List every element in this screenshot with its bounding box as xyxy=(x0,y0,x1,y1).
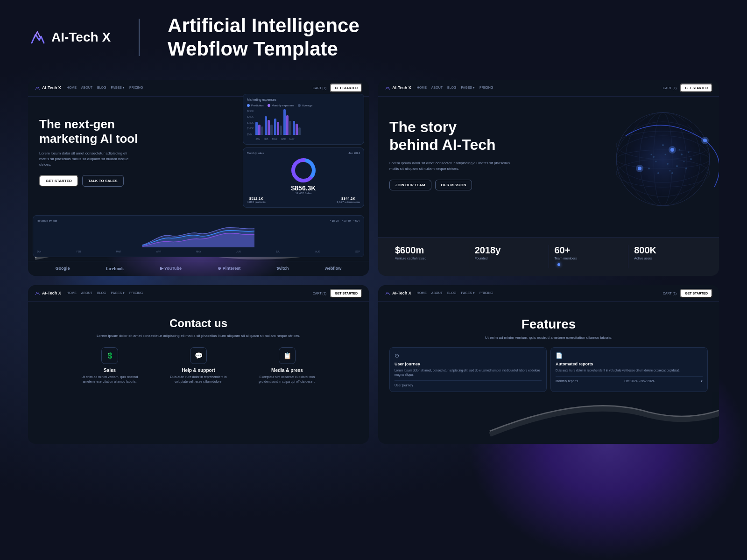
svg-point-18 xyxy=(690,158,692,160)
svg-point-13 xyxy=(681,154,683,155)
revenue-chart-wrapper: Revenue by age ▪ 18-29▪ 30-49▪ 60+ xyxy=(33,215,364,257)
x-labels: JAN FEB MAR APR MAY xyxy=(255,138,360,140)
team-dot xyxy=(557,263,560,266)
support-desc: Duis aute irure dolor in reprehenderit i… xyxy=(168,375,229,384)
features-title: Features xyxy=(389,317,708,332)
our-mission-button[interactable]: OUR MISSION xyxy=(435,180,472,190)
press-desc: Excepteur sint occaecat cupidatat non pr… xyxy=(257,375,317,384)
sales-icon: 💲 xyxy=(101,347,118,364)
hero-get-started[interactable]: GET STARTED xyxy=(39,175,78,187)
card-contact: AI-Tech X HOME ABOUT BLOG PAGES ▾ PRICIN… xyxy=(28,285,369,444)
user-journey-icon: ⊙ xyxy=(395,352,542,359)
mini-cart: CART (1) xyxy=(313,86,326,90)
stat-block-4: 800K Active users xyxy=(628,245,708,268)
contact-content: Contact us Lorem ipsum dolor sit amet co… xyxy=(28,302,369,393)
bar-chart: JAN FEB MAR APR MAY xyxy=(255,109,360,140)
press-title: Media & press xyxy=(257,368,317,373)
hero-talk-sales[interactable]: TALK TO SALES xyxy=(82,175,124,187)
sales-desc: Ut enim ad minim veniam, quis nostrud am… xyxy=(79,375,140,384)
reports-desc: Duis aute irure dolor in reprehenderit i… xyxy=(556,368,703,372)
mini-logo-2: AI-Tech X xyxy=(385,85,411,91)
story-buttons: JOIN OUR TEAM OUR MISSION xyxy=(389,180,516,190)
svg-point-14 xyxy=(667,163,669,165)
mini-logo-text-2: AI-Tech X xyxy=(392,85,411,90)
svg-point-23 xyxy=(665,154,666,155)
sales-amount: $856.3K xyxy=(247,184,360,192)
mini-nav-right: CART (1) GET STARTED xyxy=(313,84,362,92)
svg-point-31 xyxy=(669,146,676,154)
reports-footer: Monthly reports Oct 2024 - Nov 2024 ▾ xyxy=(556,376,703,383)
mini-logo-3: AI-Tech X xyxy=(35,290,61,296)
logo-icon xyxy=(28,28,47,47)
sales-sub: 12,487 Sales xyxy=(247,192,360,195)
monthly-stats-row: Monthly sales Jan 2024 $856.3K 12,487 Sa… xyxy=(243,147,364,208)
join-team-button[interactable]: JOIN OUR TEAM xyxy=(389,180,431,190)
mini-cta-button-2[interactable]: GET STARTED xyxy=(680,84,712,92)
mini-nav-links-4: HOME ABOUT BLOG PAGES ▾ PRICING xyxy=(417,291,493,295)
mini-logo-4: AI-Tech X xyxy=(385,290,411,296)
area-chart-svg xyxy=(37,224,360,247)
svg-point-21 xyxy=(657,172,659,174)
user-journey-title: User journey xyxy=(395,362,542,366)
support-icon: 💬 xyxy=(190,347,207,364)
story-title: The story behind AI-Tech xyxy=(389,118,516,154)
sales-stats: $512.1K 4,832 products $344.2K 3,637 sub… xyxy=(247,196,360,203)
contact-navbar: AI-Tech X HOME ABOUT BLOG PAGES ▾ PRICIN… xyxy=(28,285,369,302)
feature-user-journey: ⊙ User journey Lorem ipsum dolor sit ame… xyxy=(389,347,547,392)
globe-container xyxy=(598,94,719,224)
tagline: Artificial Intelligence Webflow Template xyxy=(168,14,359,61)
features-content: Features Ut enim ad minim veniam, quis n… xyxy=(378,302,719,401)
page-header: AI-Tech X Artificial Intelligence Webflo… xyxy=(28,14,719,61)
mini-cta-button-3[interactable]: GET STARTED xyxy=(330,289,362,298)
mini-logo-icon xyxy=(35,85,40,91)
feature-cards: ⊙ User journey Lorem ipsum dolor sit ame… xyxy=(389,347,708,392)
features-desc: Ut enim ad minim veniam, quis nostrud am… xyxy=(389,336,708,340)
mini-logo-text: AI-Tech X xyxy=(42,85,61,90)
press-icon: 📋 xyxy=(279,347,296,364)
logo-text: AI-Tech X xyxy=(51,30,111,45)
header-divider xyxy=(139,19,140,56)
svg-point-20 xyxy=(685,168,687,169)
mini-nav-links-3: HOME ABOUT BLOG PAGES ▾ PRICING xyxy=(67,291,143,295)
mini-cart-2: CART (1) xyxy=(663,86,677,90)
chart-title: Marketing expenses xyxy=(247,98,360,101)
tagline-text: Artificial Intelligence Webflow Template xyxy=(168,14,359,61)
revenue-x-labels: JANFEBMARAPRMAYJUNJULAUGSEP xyxy=(37,250,360,253)
monthly-sales-header: Monthly sales Jan 2024 xyxy=(247,152,360,154)
svg-point-33 xyxy=(701,137,709,144)
mini-logo-icon-2 xyxy=(385,85,390,91)
mini-cart-4: CART (1) xyxy=(663,292,677,295)
mini-cta-button-4[interactable]: GET STARTED xyxy=(680,289,712,298)
feature-automated-reports: 📄 Automated reports Duis aute irure dolo… xyxy=(550,347,708,392)
mini-nav-right-3: CART (1) GET STARTED xyxy=(313,289,362,298)
contact-option-sales: 💲 Sales Ut enim ad minim veniam, quis no… xyxy=(79,347,140,384)
contact-options: 💲 Sales Ut enim ad minim veniam, quis no… xyxy=(39,347,358,384)
svg-point-25 xyxy=(655,161,657,162)
revenue-chart: Revenue by age ▪ 18-29▪ 30-49▪ 60+ xyxy=(33,215,364,257)
user-journey-desc: Lorem ipsum dolor sit amet, consectetur … xyxy=(395,368,542,377)
stat-block-3: 60+ Team members xyxy=(549,245,629,268)
svg-point-28 xyxy=(669,170,671,171)
stat2: $344.2K 3,637 submissions xyxy=(337,196,360,203)
card-story: AI-Tech X HOME ABOUT BLOG PAGES ▾ PRICIN… xyxy=(378,80,719,276)
mini-logo-icon-4 xyxy=(385,290,390,296)
screenshots-grid: AI-Tech X HOME ABOUT BLOG PAGES ▾ PRICIN… xyxy=(28,80,719,444)
donut-chart xyxy=(289,156,317,184)
story-content: The story behind AI-Tech Lorem ipsum dol… xyxy=(378,97,528,276)
mini-cta-button[interactable]: GET STARTED xyxy=(330,84,362,92)
bars xyxy=(255,109,360,137)
support-title: Help & support xyxy=(168,368,229,373)
svg-point-29 xyxy=(684,161,685,162)
mini-nav-right-2: CART (1) GET STARTED xyxy=(663,84,712,92)
svg-point-27 xyxy=(651,154,652,155)
contact-option-press: 📋 Media & press Excepteur sint occaecat … xyxy=(257,347,317,384)
chart-legend: Prediction Monthly expenses Average xyxy=(247,104,360,107)
mini-nav-links-2: HOME ABOUT BLOG PAGES ▾ PRICING xyxy=(417,86,493,90)
user-journey-footer: User journey xyxy=(395,380,542,387)
contact-option-support: 💬 Help & support Duis aute irure dolor i… xyxy=(168,347,229,384)
mini-logo-text-4: AI-Tech X xyxy=(392,291,411,295)
card-features: AI-Tech X HOME ABOUT BLOG PAGES ▾ PRICIN… xyxy=(378,285,719,444)
reports-icon: 📄 xyxy=(556,352,703,359)
svg-point-15 xyxy=(676,165,678,167)
svg-point-16 xyxy=(653,156,655,158)
